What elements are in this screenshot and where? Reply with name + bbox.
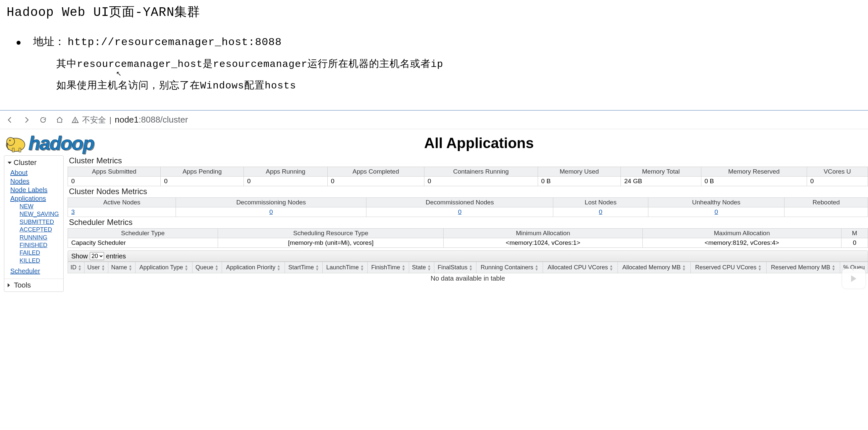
page-size-select[interactable]: 20 xyxy=(90,252,104,260)
sidebar-section-cluster[interactable]: Cluster xyxy=(4,157,63,167)
th-finish[interactable]: FinishTime▲▼ xyxy=(368,262,409,273)
th-rebooted[interactable]: Rebooted xyxy=(784,198,868,207)
sidebar-link-scheduler[interactable]: Scheduler xyxy=(10,267,63,275)
th-sched-res[interactable]: Scheduling Resource Type xyxy=(218,228,444,238)
link-decomm-ed[interactable]: 0 xyxy=(458,208,462,215)
th-alloc-mem[interactable]: Allocated Memory MB▲▼ xyxy=(618,262,690,273)
sidebar-appstate-new[interactable]: NEW xyxy=(20,203,63,210)
svg-point-0 xyxy=(75,121,75,122)
th-apps-pending[interactable]: Apps Pending xyxy=(161,167,244,177)
th-apps-submitted[interactable]: Apps Submitted xyxy=(68,167,161,177)
sidebar-appstate-killed[interactable]: KILLED xyxy=(20,257,63,265)
link-decomm-ing[interactable]: 0 xyxy=(269,208,273,215)
sidebar-section-tools[interactable]: Tools xyxy=(4,279,63,290)
link-lost-nodes[interactable]: 0 xyxy=(599,208,602,215)
address-bar[interactable]: 不安全 | node1:8088/cluster xyxy=(71,115,863,125)
sidebar-appstate-newsaving[interactable]: NEW_SAVING xyxy=(20,210,63,218)
sidebar-link-about[interactable]: About xyxy=(10,168,63,177)
browser-window: 不安全 | node1:8088/cluster xyxy=(0,110,868,292)
address-text: node1:8088/cluster xyxy=(115,115,188,125)
link-active-nodes[interactable]: 3 xyxy=(71,208,75,215)
sidebar-appstate-running[interactable]: RUNNING xyxy=(20,234,63,242)
nav-home-button[interactable] xyxy=(55,115,64,125)
th-decomm-ed[interactable]: Decommissioned Nodes xyxy=(366,198,553,207)
sort-icon: ▲▼ xyxy=(682,264,686,271)
th-apptype[interactable]: Application Type▲▼ xyxy=(135,262,192,273)
th-containers-running[interactable]: Containers Running xyxy=(424,167,538,177)
th-queue[interactable]: Queue▲▼ xyxy=(192,262,222,273)
bullet-url: http://resourcemanager_host:8088 xyxy=(68,36,282,49)
cluster-metrics-table: Apps Submitted Apps Pending Apps Running… xyxy=(68,166,868,186)
nav-back-button[interactable] xyxy=(5,115,14,125)
sidebar-app-states: NEW NEW_SAVING SUBMITTED ACCEPTED RUNNIN… xyxy=(10,203,63,265)
td-unhealthy: 0 xyxy=(648,207,784,217)
show-label-pre: Show xyxy=(71,252,88,260)
sidebar-link-nodes[interactable]: Nodes xyxy=(10,177,63,186)
applications-empty: No data available in table xyxy=(68,273,868,282)
th-active-nodes[interactable]: Active Nodes xyxy=(68,198,176,207)
th-memory-total[interactable]: Memory Total xyxy=(621,167,701,177)
sort-icon: ▲▼ xyxy=(427,264,431,271)
th-state[interactable]: State▲▼ xyxy=(409,262,434,273)
th-apps-completed[interactable]: Apps Completed xyxy=(327,167,424,177)
hadoop-elephant-icon xyxy=(4,133,27,153)
sort-icon: ▲▼ xyxy=(360,264,364,271)
show-entries-bar: Show 20 entries xyxy=(68,250,868,262)
sort-icon: ▲▼ xyxy=(535,264,539,271)
td-max-alloc: <memory:8192, vCores:4> xyxy=(642,238,841,248)
th-starttime[interactable]: StartTime▲▼ xyxy=(285,262,323,273)
table-row: 0 0 0 0 0 0 B 24 GB 0 B 0 xyxy=(68,177,868,186)
svg-point-2 xyxy=(7,137,14,146)
th-memory-used[interactable]: Memory Used xyxy=(538,167,621,177)
sort-icon: ▲▼ xyxy=(469,264,473,271)
chevron-right-icon xyxy=(8,283,12,287)
hadoop-logo: hadoop xyxy=(4,132,94,154)
td-min-alloc: <memory:1024, vCores:1> xyxy=(444,238,642,248)
nav-forward-button[interactable] xyxy=(22,115,31,125)
th-id[interactable]: ID▲▼ xyxy=(68,262,85,273)
nav-reload-button[interactable] xyxy=(38,115,48,125)
table-row: 3 0 0 0 0 xyxy=(68,207,868,217)
th-priority[interactable]: Application Priority▲▼ xyxy=(222,262,285,273)
sidebar-appstate-finished[interactable]: FINISHED xyxy=(20,242,63,249)
video-play-overlay[interactable] xyxy=(842,269,865,288)
th-unhealthy[interactable]: Unhealthy Nodes xyxy=(648,198,784,207)
th-user[interactable]: User▲▼ xyxy=(85,262,108,273)
link-unhealthy[interactable]: 0 xyxy=(715,208,718,215)
th-vcores-used[interactable]: VCores U xyxy=(807,167,868,177)
td-apps-pending: 0 xyxy=(161,177,244,186)
td-sched-type: Capacity Scheduler xyxy=(68,238,218,248)
sidebar-appstate-failed[interactable]: FAILED xyxy=(20,249,63,257)
th-res-mem[interactable]: Reserved Memory MB▲▼ xyxy=(766,262,840,273)
td-apps-completed: 0 xyxy=(327,177,424,186)
scheduler-metrics-title: Scheduler Metrics xyxy=(68,217,868,228)
th-sched-type[interactable]: Scheduler Type xyxy=(68,228,218,238)
sidebar-appstate-accepted[interactable]: ACCEPTED xyxy=(20,226,63,234)
sidebar-link-applications[interactable]: Applications xyxy=(10,194,63,203)
hadoop-logo-text: hadoop xyxy=(29,132,94,154)
slide-bullet-line: 地址： http://resourcemanager_host:8088 ↖ xyxy=(17,33,861,50)
th-apps-running[interactable]: Apps Running xyxy=(244,167,328,177)
td-sched-extra: 0 xyxy=(841,238,868,248)
th-name[interactable]: Name▲▼ xyxy=(108,262,135,273)
slide-area: Hadoop Web UI页面-YARN集群 地址： http://resour… xyxy=(0,0,868,100)
td-rebooted xyxy=(784,207,868,217)
th-res-vcores[interactable]: Reserved CPU VCores▲▼ xyxy=(690,262,766,273)
sort-icon: ▲▼ xyxy=(315,264,319,271)
td-decomm-ing: 0 xyxy=(176,207,366,217)
sidebar-appstate-submitted[interactable]: SUBMITTED xyxy=(20,218,63,226)
td-containers-running: 0 xyxy=(424,177,538,186)
sidebar-link-nodelabels[interactable]: Node Labels xyxy=(10,186,63,194)
th-finalstatus[interactable]: FinalStatus▲▼ xyxy=(434,262,476,273)
th-sched-extra[interactable]: M xyxy=(841,228,868,238)
cluster-metrics-title: Cluster Metrics xyxy=(68,155,868,166)
th-max-alloc[interactable]: Maximum Allocation xyxy=(642,228,841,238)
th-decomm-ing[interactable]: Decommissioning Nodes xyxy=(176,198,366,207)
yarn-header: hadoop All Applications xyxy=(0,130,868,155)
th-launch[interactable]: LaunchTime▲▼ xyxy=(323,262,368,273)
th-lost-nodes[interactable]: Lost Nodes xyxy=(553,198,648,207)
th-alloc-vcores[interactable]: Allocated CPU VCores▲▼ xyxy=(543,262,618,273)
th-memory-reserved[interactable]: Memory Reserved xyxy=(701,167,807,177)
th-min-alloc[interactable]: Minimum Allocation xyxy=(444,228,642,238)
th-running-cont[interactable]: Running Containers▲▼ xyxy=(476,262,543,273)
